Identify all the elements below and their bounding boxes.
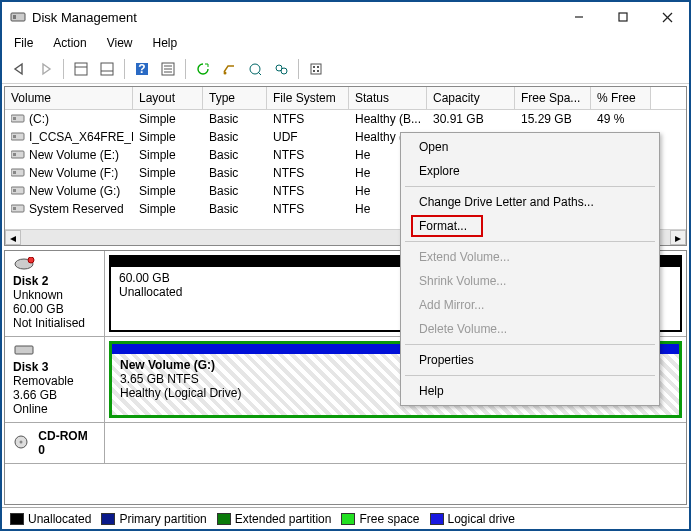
action-button-1[interactable] [243,57,267,81]
disk-icon [13,257,35,271]
list-view-button[interactable] [156,57,180,81]
svg-rect-23 [317,66,319,68]
volume-layout: Simple [133,165,203,181]
maximize-button[interactable] [601,3,645,31]
cm-delete-volume: Delete Volume... [401,317,659,341]
svg-rect-36 [11,205,24,212]
col-type[interactable]: Type [203,87,267,109]
disk-icon [13,343,35,357]
cm-format[interactable]: Format... [401,214,659,238]
volume-name: System Reserved [29,202,124,216]
refresh-button[interactable] [191,57,215,81]
menu-help[interactable]: Help [145,34,186,52]
disk-3-label[interactable]: Disk 3 Removable 3.66 GB Online [5,337,105,422]
menubar: File Action View Help [2,32,689,54]
back-button[interactable] [8,57,32,81]
svg-rect-25 [317,70,319,72]
cm-shrink-volume: Shrink Volume... [401,269,659,293]
view-bottom-button[interactable] [95,57,119,81]
drive-icon [11,148,25,158]
svg-rect-27 [13,117,16,120]
svg-rect-30 [11,151,24,158]
legend-unallocated: Unallocated [28,512,91,526]
col-capacity[interactable]: Capacity [427,87,515,109]
menu-view[interactable]: View [99,34,141,52]
volume-pctfree: 49 % [591,111,651,127]
legend-free: Free space [359,512,419,526]
cm-change-drive-letter[interactable]: Change Drive Letter and Paths... [401,190,659,214]
cdrom-icon [13,435,34,449]
help-button[interactable]: ? [130,57,154,81]
svg-rect-32 [11,169,24,176]
col-free[interactable]: Free Spa... [515,87,591,109]
volume-row[interactable]: (C:)SimpleBasicNTFSHealthy (B...30.91 GB… [5,110,686,128]
svg-rect-37 [13,207,16,210]
cm-help[interactable]: Help [401,379,659,403]
cdrom-label[interactable]: CD-ROM 0 [5,423,105,463]
volume-fs: UDF [267,129,349,145]
cm-add-mirror: Add Mirror... [401,293,659,317]
volume-fs: NTFS [267,165,349,181]
volume-layout: Simple [133,111,203,127]
titlebar: Disk Management [2,2,689,32]
volume-fs: NTFS [267,147,349,163]
cm-properties[interactable]: Properties [401,348,659,372]
scroll-right-button[interactable]: ▸ [670,230,686,245]
svg-line-18 [258,72,261,75]
toolbar: ? [2,54,689,84]
volume-name: (C:) [29,112,49,126]
forward-button[interactable] [34,57,58,81]
app-icon [10,9,26,25]
svg-rect-8 [101,63,113,75]
close-button[interactable] [645,3,689,31]
disk-status: Unknown [13,288,96,302]
part-name: New Volume (G:) [120,358,215,372]
volume-type: Basic [203,111,267,127]
volume-type: Basic [203,183,267,199]
col-filesystem[interactable]: File System [267,87,349,109]
volume-free: 15.29 GB [515,111,591,127]
svg-rect-22 [313,66,315,68]
svg-point-16 [224,71,227,74]
cm-extend-volume: Extend Volume... [401,245,659,269]
col-pctfree[interactable]: % Free [591,87,651,109]
disk-title: Disk 2 [13,274,96,288]
volume-layout: Simple [133,129,203,145]
col-volume[interactable]: Volume [5,87,133,109]
volume-name: New Volume (F:) [29,166,118,180]
disk-status: Removable [13,374,96,388]
action-button-2[interactable] [269,57,293,81]
disk-size: 3.66 GB [13,388,96,402]
settings-button[interactable] [304,57,328,81]
legend-logical: Logical drive [448,512,515,526]
svg-rect-3 [619,13,627,21]
legend: Unallocated Primary partition Extended p… [2,507,689,529]
rescan-button[interactable] [217,57,241,81]
svg-rect-1 [13,15,16,19]
svg-rect-26 [11,115,24,122]
cm-explore[interactable]: Explore [401,159,659,183]
context-menu: Open Explore Change Drive Letter and Pat… [400,132,660,406]
legend-extended: Extended partition [235,512,332,526]
disk-2-label[interactable]: Disk 2 Unknown 60.00 GB Not Initialised [5,251,105,336]
cm-open[interactable]: Open [401,135,659,159]
col-layout[interactable]: Layout [133,87,203,109]
svg-point-39 [28,257,34,263]
disk-title: Disk 3 [13,360,96,374]
drive-icon [11,112,25,122]
menu-file[interactable]: File [6,34,41,52]
volume-type: Basic [203,147,267,163]
volume-status: Healthy (B... [349,111,427,127]
scroll-left-button[interactable]: ◂ [5,230,21,245]
view-top-button[interactable] [69,57,93,81]
minimize-button[interactable] [557,3,601,31]
legend-primary: Primary partition [119,512,206,526]
col-status[interactable]: Status [349,87,427,109]
window-controls [557,3,689,31]
volume-name: New Volume (E:) [29,148,119,162]
disk-size: 60.00 GB [13,302,96,316]
svg-rect-35 [13,189,16,192]
menu-action[interactable]: Action [45,34,94,52]
volume-fs: NTFS [267,183,349,199]
volume-layout: Simple [133,201,203,217]
